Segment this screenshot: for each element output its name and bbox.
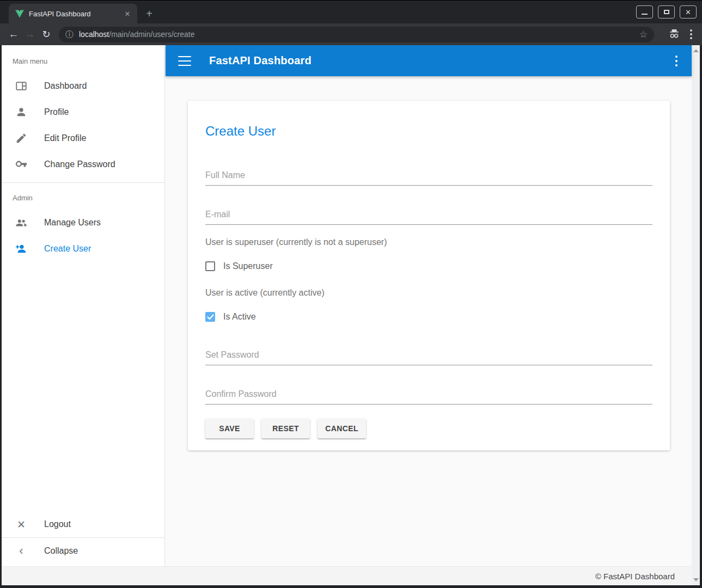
email-input[interactable] <box>205 210 652 225</box>
checkbox-label: Is Active <box>223 312 256 322</box>
chevron-left-icon: ‹ <box>15 544 28 558</box>
dashboard-icon <box>15 79 28 93</box>
sidebar-section-main-menu: Main menu <box>2 45 164 73</box>
scroll-down-arrow-icon[interactable] <box>693 578 699 581</box>
footer: © FastAPI Dashboard <box>2 566 692 585</box>
checkbox-label: Is Superuser <box>223 261 273 271</box>
form-actions: SAVE RESET CANCEL <box>205 419 652 438</box>
active-hint: User is active (currently active) <box>205 288 652 298</box>
tab-title: FastAPI Dashboard <box>29 10 122 18</box>
url-path: /main/admin/users/create <box>109 30 194 39</box>
forward-button[interactable]: → <box>22 26 38 42</box>
bookmark-star-icon[interactable]: ☆ <box>639 29 648 40</box>
full-name-input[interactable] <box>205 170 652 186</box>
main-content: Create User User is superuser (currently… <box>166 76 692 566</box>
checkbox-unchecked-icon <box>205 261 215 271</box>
hamburger-menu-icon[interactable] <box>178 56 191 66</box>
close-icon: ✕ <box>685 9 691 16</box>
set-password-input[interactable] <box>205 350 652 365</box>
window-maximize-button[interactable] <box>658 5 675 19</box>
app-bar: FastAPI Dashboard <box>166 45 692 76</box>
sidebar-item-label: Collapse <box>44 546 78 556</box>
sidebar-item-label: Manage Users <box>44 218 101 228</box>
sidebar-item-label: Edit Profile <box>44 133 86 143</box>
reload-button[interactable]: ↻ <box>38 26 54 42</box>
sidebar-item-profile[interactable]: Profile <box>2 99 164 125</box>
browser-menu-button[interactable] <box>690 29 692 39</box>
sidebar-item-dashboard[interactable]: Dashboard <box>2 73 164 99</box>
maximize-icon <box>664 10 669 14</box>
browser-window: FastAPI Dashboard ✕ + ✕ ← → ↻ ⓘ localhos… <box>0 0 702 588</box>
confirm-password-input[interactable] <box>205 389 652 405</box>
app-menu-button[interactable] <box>675 56 677 66</box>
browser-toolbar: ← → ↻ ⓘ localhost/main/admin/users/creat… <box>0 23 702 45</box>
sidebar-item-edit-profile[interactable]: Edit Profile <box>2 125 164 151</box>
sidebar-item-label: Profile <box>44 107 69 117</box>
tab-close-icon[interactable]: ✕ <box>122 8 133 19</box>
sidebar-item-collapse[interactable]: ‹ Collapse <box>2 538 164 564</box>
minimize-icon <box>642 14 648 15</box>
person-add-icon <box>15 242 28 255</box>
address-bar[interactable]: ⓘ localhost/main/admin/users/create ☆ <box>59 27 654 42</box>
sidebar-item-label: Create User <box>44 244 91 254</box>
sidebar-item-label: Dashboard <box>44 81 87 91</box>
back-button[interactable]: ← <box>5 26 22 42</box>
save-button[interactable]: SAVE <box>205 419 254 438</box>
sidebar-item-manage-users[interactable]: Manage Users <box>2 210 164 236</box>
sidebar-section-admin: Admin <box>2 183 164 210</box>
tab-strip: FastAPI Dashboard ✕ + ✕ <box>0 1 702 23</box>
sidebar: Main menu Dashboard <box>2 45 165 566</box>
is-superuser-checkbox[interactable]: Is Superuser <box>205 261 652 271</box>
cancel-button[interactable]: CANCEL <box>318 419 366 438</box>
scroll-up-arrow-icon[interactable] <box>693 49 699 52</box>
sidebar-item-change-password[interactable]: Change Password <box>2 151 164 177</box>
sidebar-item-label: Logout <box>44 519 71 529</box>
url-text: localhost/main/admin/users/create <box>79 30 635 39</box>
page-content: FastAPI Dashboard Main menu Dashboard <box>2 45 700 585</box>
window-close-button[interactable]: ✕ <box>680 5 697 19</box>
sidebar-bottom: ✕ Logout ‹ Collapse <box>2 511 164 564</box>
logout-x-icon: ✕ <box>15 518 28 531</box>
edit-icon <box>15 132 28 145</box>
vertical-scrollbar[interactable] <box>692 45 700 585</box>
footer-copyright: © FastAPI Dashboard <box>595 572 675 581</box>
create-user-card: Create User User is superuser (currently… <box>188 101 670 450</box>
key-icon <box>15 158 28 171</box>
browser-tab[interactable]: FastAPI Dashboard ✕ <box>9 4 137 23</box>
reset-button[interactable]: RESET <box>261 419 310 438</box>
is-active-checkbox[interactable]: Is Active <box>205 312 652 322</box>
app-title: FastAPI Dashboard <box>209 54 312 67</box>
window-minimize-button[interactable] <box>636 5 653 19</box>
vue-logo-icon <box>15 10 24 18</box>
person-icon <box>15 106 28 119</box>
url-host: localhost <box>79 30 109 39</box>
superuser-hint: User is superuser (currently is not a su… <box>205 237 652 247</box>
people-icon <box>15 216 28 229</box>
new-tab-button[interactable]: + <box>143 7 156 20</box>
sidebar-item-create-user[interactable]: Create User <box>2 236 164 262</box>
incognito-icon[interactable] <box>667 27 681 41</box>
page-title: Create User <box>205 101 652 139</box>
checkbox-checked-icon <box>205 312 215 322</box>
page-info-icon[interactable]: ⓘ <box>65 29 74 40</box>
sidebar-item-label: Change Password <box>44 160 115 169</box>
sidebar-item-logout[interactable]: ✕ Logout <box>2 511 164 537</box>
